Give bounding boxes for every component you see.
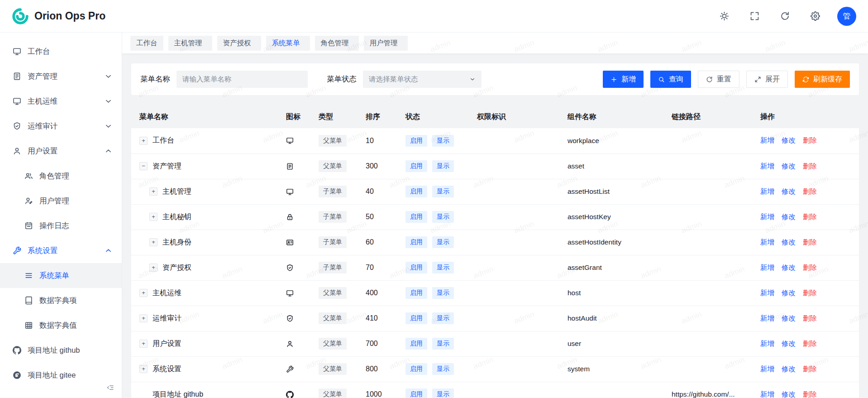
settings-button[interactable] [807, 8, 824, 24]
row-edit-link[interactable]: 修改 [782, 390, 796, 398]
query-button[interactable]: 查询 [650, 71, 691, 88]
menu-table: 菜单名称图标类型排序状态权限标识组件名称链接路径操作 +工作台父菜单10启用显示… [131, 106, 859, 398]
cell-type: 子菜单 [313, 230, 360, 255]
row-edit-link[interactable]: 修改 [782, 136, 796, 144]
expand-row-toggle[interactable]: + [149, 238, 157, 246]
row-delete-link[interactable]: 删除 [803, 390, 817, 398]
sync-icon [802, 76, 809, 83]
row-delete-link[interactable]: 删除 [803, 340, 817, 347]
row-add-link[interactable]: 新增 [760, 238, 774, 246]
row-add-link[interactable]: 新增 [760, 289, 774, 297]
sidebar-collapse-button[interactable] [106, 384, 114, 392]
tab-item[interactable]: 工作台 [130, 36, 163, 51]
row-edit-link[interactable]: 修改 [782, 314, 796, 322]
expand-row-toggle[interactable]: + [139, 137, 148, 145]
menu-status-select[interactable]: 请选择菜单状态 [363, 71, 482, 88]
type-badge: 父菜单 [319, 312, 347, 324]
expand-row-toggle[interactable]: + [139, 340, 148, 348]
expand-button[interactable]: 展开 [746, 71, 788, 88]
row-edit-link[interactable]: 修改 [782, 213, 796, 221]
row-add-link[interactable]: 新增 [760, 390, 774, 398]
row-delete-link[interactable]: 删除 [803, 238, 817, 246]
sidebar-item[interactable]: 操作日志 [0, 213, 122, 238]
column-header: 链接路径 [666, 106, 755, 128]
sidebar-item[interactable]: 用户管理 [0, 188, 122, 213]
expand-row-toggle[interactable]: + [149, 264, 157, 272]
row-edit-link[interactable]: 修改 [782, 264, 796, 271]
refresh-cache-button[interactable]: 刷新缓存 [795, 71, 850, 88]
row-add-link[interactable]: 新增 [760, 187, 774, 195]
row-edit-link[interactable]: 修改 [782, 187, 796, 195]
menu-name-text: 系统设置 [153, 364, 181, 374]
sidebar-item[interactable]: 主机运维 [0, 89, 122, 114]
expand-row-toggle[interactable]: + [139, 314, 148, 322]
tab-item[interactable]: 系统菜单 [266, 36, 310, 51]
reset-button[interactable]: 重置 [698, 71, 739, 88]
row-delete-link[interactable]: 删除 [803, 136, 817, 144]
row-delete-link[interactable]: 删除 [803, 365, 817, 373]
tab-item[interactable]: 角色管理 [315, 36, 359, 51]
sidebar-item[interactable]: 工作台 [0, 39, 122, 64]
chevron-down-icon [104, 122, 113, 130]
row-delete-link[interactable]: 删除 [803, 187, 817, 195]
expand-row-toggle[interactable]: + [139, 289, 148, 297]
avatar[interactable]: 管 [837, 7, 856, 26]
sidebar-item[interactable]: 数据字典项 [0, 288, 122, 313]
row-delete-link[interactable]: 删除 [803, 162, 817, 170]
row-delete-link[interactable]: 删除 [803, 264, 817, 271]
menu-name-wrap: +用户设置 [139, 339, 275, 349]
theme-button[interactable] [716, 8, 733, 24]
sidebar-item[interactable]: 系统设置 [0, 238, 122, 263]
visible-badge: 显示 [432, 160, 454, 172]
menu-name-wrap: +主机身份 [139, 238, 275, 247]
row-add-link[interactable]: 新增 [760, 162, 774, 170]
row-add-link[interactable]: 新增 [760, 340, 774, 347]
row-delete-link[interactable]: 删除 [803, 213, 817, 221]
expand-row-toggle[interactable]: + [149, 213, 157, 221]
sidebar-item[interactable]: 资产管理 [0, 64, 122, 89]
tab-label: 资产授权 [223, 38, 251, 48]
collapse-row-toggle[interactable]: − [139, 162, 148, 170]
menu-name-input[interactable] [176, 71, 308, 88]
button-label: 展开 [765, 75, 780, 84]
fullscreen-button[interactable] [746, 8, 763, 24]
row-edit-link[interactable]: 修改 [782, 365, 796, 373]
tab-item[interactable]: 用户管理 [364, 36, 408, 51]
row-add-link[interactable]: 新增 [760, 365, 774, 373]
menu-lock-icon [286, 213, 308, 221]
sidebar-item-label: 用户管理 [39, 196, 69, 206]
expand-row-toggle[interactable]: + [139, 365, 148, 373]
row-add-link[interactable]: 新增 [760, 314, 774, 322]
row-edit-link[interactable]: 修改 [782, 162, 796, 170]
sidebar-item[interactable]: 用户设置 [0, 139, 122, 163]
row-delete-link[interactable]: 删除 [803, 289, 817, 297]
menu-name-text: 项目地址 github [153, 390, 203, 398]
sidebar-item[interactable]: 角色管理 [0, 163, 122, 188]
row-edit-link[interactable]: 修改 [782, 340, 796, 347]
cell-status: 启用显示 [400, 230, 472, 255]
row-edit-link[interactable]: 修改 [782, 238, 796, 246]
row-add-link[interactable]: 新增 [760, 264, 774, 271]
sidebar-item[interactable]: 运维审计 [0, 114, 122, 139]
column-header: 权限标识 [472, 106, 562, 128]
cell-menu-icon [281, 306, 313, 331]
cell-component: user [562, 331, 666, 356]
tab-item[interactable]: 资产授权 [217, 36, 261, 51]
sidebar-item[interactable]: 数据字典值 [0, 313, 122, 338]
visible-badge: 显示 [432, 186, 454, 197]
sidebar-item[interactable]: 项目地址 gitee [0, 363, 122, 388]
refresh-button[interactable] [777, 8, 793, 24]
row-delete-link[interactable]: 删除 [803, 314, 817, 322]
status-badge: 启用 [405, 388, 427, 398]
add-button[interactable]: 新增 [603, 71, 644, 88]
row-add-link[interactable]: 新增 [760, 136, 774, 144]
cell-order: 400 [360, 280, 400, 306]
tab-item[interactable]: 主机管理 [168, 36, 212, 51]
expand-row-toggle[interactable]: + [149, 187, 157, 196]
sidebar-item[interactable]: 项目地址 github [0, 338, 122, 363]
cell-status: 启用显示 [400, 153, 472, 179]
row-edit-link[interactable]: 修改 [782, 289, 796, 297]
visible-badge: 显示 [432, 135, 454, 147]
sidebar-item[interactable]: 系统菜单 [0, 263, 122, 288]
row-add-link[interactable]: 新增 [760, 213, 774, 221]
